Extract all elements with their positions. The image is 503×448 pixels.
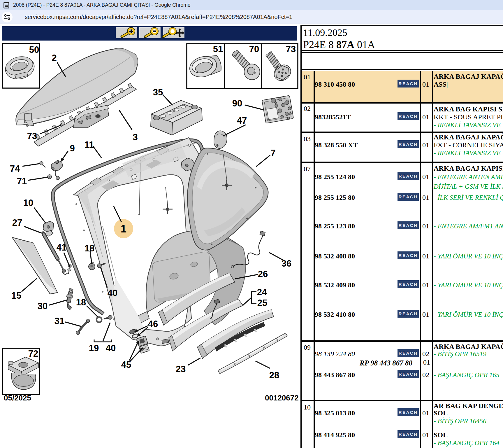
svg-text:27: 27 [12,218,22,228]
svg-text:05/2025: 05/2025 [4,393,31,402]
svg-text:26: 26 [258,269,268,279]
svg-text:7: 7 [270,148,275,158]
svg-text:51: 51 [213,44,223,54]
svg-text:71: 71 [17,176,27,186]
svg-text:18: 18 [85,243,94,253]
svg-text:30: 30 [38,301,48,311]
svg-text:23: 23 [176,364,186,374]
svg-text:47: 47 [237,116,247,126]
svg-text:45: 45 [121,360,131,370]
svg-text:2: 2 [52,53,57,63]
svg-text:31: 31 [54,316,64,326]
svg-text:10: 10 [23,198,33,208]
svg-text:74: 74 [10,164,20,174]
svg-text:70: 70 [249,44,259,54]
svg-text:73: 73 [286,44,296,54]
svg-text:24: 24 [257,287,267,297]
svg-text:50: 50 [29,45,39,55]
svg-text:11: 11 [85,140,94,150]
svg-text:40: 40 [108,288,117,298]
svg-text:28: 28 [269,370,279,380]
svg-text:41: 41 [57,242,66,253]
svg-text:46: 46 [148,319,158,329]
svg-text:25: 25 [257,298,267,308]
svg-text:1: 1 [121,223,126,235]
svg-text:19: 19 [89,343,99,353]
svg-text:40: 40 [106,343,116,353]
svg-text:9: 9 [70,143,75,153]
svg-text:15: 15 [11,290,21,301]
svg-text:73: 73 [27,131,37,141]
svg-text:00120672: 00120672 [265,393,299,402]
svg-text:90: 90 [232,98,242,108]
svg-text:3: 3 [133,132,138,142]
svg-text:18: 18 [76,297,86,307]
svg-text:72: 72 [28,349,38,359]
svg-text:35: 35 [153,87,163,97]
svg-text:36: 36 [282,258,291,269]
